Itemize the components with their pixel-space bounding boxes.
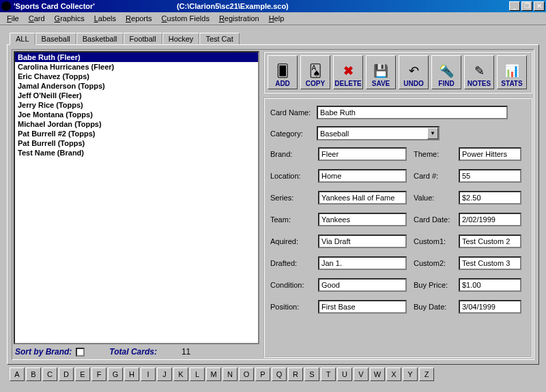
alpha-c[interactable]: C [42,367,57,381]
list-item[interactable]: Test Name (Brand) [15,148,258,157]
brand-field[interactable] [318,147,407,161]
category-tabs: ALL Baseball Basketball Football Hockey … [10,32,539,44]
custom1-field[interactable] [459,235,521,248]
menu-help[interactable]: Help [265,13,289,24]
brand-label: Brand: [270,150,313,158]
position-label: Position: [270,303,313,311]
location-field[interactable] [318,169,407,183]
list-item[interactable]: Michael Jordan (Topps) [15,119,258,129]
alpha-d[interactable]: D [59,367,74,381]
alpha-y[interactable]: Y [403,367,418,381]
list-item[interactable]: Jerry Rice (Topps) [15,100,258,110]
menu-graphics[interactable]: Graphics [51,13,89,24]
delete-button[interactable]: ✖DELETE [333,55,363,89]
team-label: Team: [270,215,313,224]
notes-button[interactable]: ✎NOTES [464,55,494,89]
condition-field[interactable] [318,278,407,292]
alpha-h[interactable]: H [124,367,139,381]
buyprice-field[interactable] [459,278,521,292]
alpha-z[interactable]: Z [419,367,434,381]
alpha-i[interactable]: I [141,367,156,381]
alpha-q[interactable]: Q [272,367,287,381]
category-select[interactable]: Baseball ▼ [317,126,440,140]
stats-button[interactable]: 📊STATS [497,55,527,89]
alpha-l[interactable]: L [190,367,205,381]
alpha-e[interactable]: E [75,367,90,381]
undo-button[interactable]: ↶UNDO [399,55,429,89]
value-label: Value: [414,194,452,202]
alpha-b[interactable]: B [26,367,41,381]
undo-icon: ↶ [405,62,422,80]
add-button[interactable]: 🂠ADD [268,55,298,89]
alpha-v[interactable]: V [354,367,369,381]
menu-reports[interactable]: Reports [121,13,156,24]
copy-button[interactable]: 🂡COPY [300,55,330,89]
buydate-field[interactable] [459,300,521,314]
close-button[interactable]: ✕ [534,1,545,11]
carddate-label: Card Date: [414,215,452,224]
tab-testcat[interactable]: Test Cat [199,33,239,45]
condition-label: Condition: [270,281,313,289]
carddate-field[interactable] [459,213,521,226]
position-field[interactable] [318,300,407,314]
alpha-a[interactable]: A [10,367,25,381]
menu-card[interactable]: Card [25,13,49,24]
list-item[interactable]: Jamal Anderson (Topps) [15,81,258,91]
file-path: (C:\Clarion5\sc21\Example.sco) [177,2,289,10]
delete-icon: ✖ [339,62,357,80]
menu-labels[interactable]: Labels [90,13,120,24]
list-item[interactable]: Eric Chavez (Topps) [15,72,258,81]
find-icon: 🔦 [437,62,455,80]
alpha-x[interactable]: X [386,367,401,381]
alpha-r[interactable]: R [288,367,303,381]
tab-basketball[interactable]: Basketball [76,33,124,45]
list-item[interactable]: Joe Montana (Topps) [15,110,258,119]
tab-hockey[interactable]: Hockey [162,33,200,45]
aquired-field[interactable] [318,235,407,248]
location-label: Location: [270,172,313,180]
save-icon: 💾 [372,62,390,80]
cardno-field[interactable] [459,169,521,183]
alpha-o[interactable]: O [239,367,254,381]
series-field[interactable] [318,191,407,205]
menu-file[interactable]: File [3,13,23,24]
alpha-m[interactable]: M [206,367,221,381]
find-button[interactable]: 🔦FIND [431,55,461,89]
list-item[interactable]: Jeff O'Neill (Fleer) [15,91,258,100]
alpha-u[interactable]: U [337,367,352,381]
alpha-t[interactable]: T [321,367,336,381]
tab-football[interactable]: Football [124,33,162,45]
list-item[interactable]: Carolina Hurricanes (Fleer) [15,62,258,72]
maximize-button[interactable]: ❐ [521,1,532,11]
alpha-n[interactable]: N [222,367,238,381]
copy-icon: 🂡 [306,62,324,80]
team-field[interactable] [318,213,407,226]
sort-label: Sort by Brand: [15,347,72,357]
save-button[interactable]: 💾SAVE [366,55,396,89]
alpha-f[interactable]: F [91,367,106,381]
sort-checkbox[interactable] [76,348,85,357]
tab-all[interactable]: ALL [10,33,35,45]
alpha-k[interactable]: K [173,367,188,381]
list-item[interactable]: Pat Burrell (Topps) [15,138,258,148]
alpha-j[interactable]: J [157,367,172,381]
menu-registration[interactable]: Registration [215,13,263,24]
custom2-field[interactable] [459,256,521,270]
list-item[interactable]: Babe Ruth (Fleer) [15,52,258,62]
theme-field[interactable] [459,147,521,161]
drafted-field[interactable] [318,256,407,270]
tab-baseball[interactable]: Baseball [35,33,76,45]
alpha-g[interactable]: G [108,367,123,381]
minimize-button[interactable]: _ [509,1,520,11]
card-list[interactable]: Babe Ruth (Fleer) Carolina Hurricanes (F… [14,51,259,344]
menu-custom-fields[interactable]: Custom Fields [158,13,214,24]
alpha-p[interactable]: P [255,367,270,381]
alpha-s[interactable]: S [304,367,319,381]
value-field[interactable] [459,191,521,205]
alpha-w[interactable]: W [370,367,385,381]
card-name-field[interactable] [317,106,508,119]
cardno-label: Card #: [414,172,452,180]
chevron-down-icon[interactable]: ▼ [427,127,438,139]
list-item[interactable]: Pat Burrell #2 (Topps) [15,129,258,138]
menubar: File Card Graphics Labels Reports Custom… [0,12,546,25]
